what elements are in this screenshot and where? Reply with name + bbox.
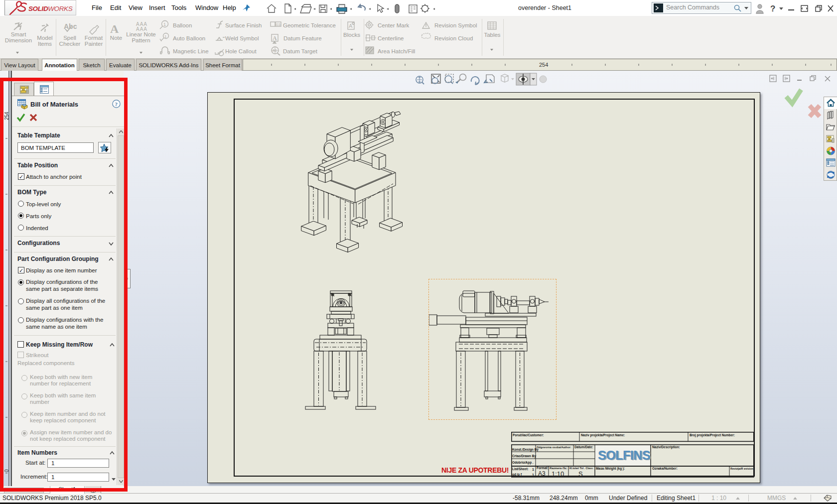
svg-text:1: 1	[532, 468, 534, 471]
svg-text:Datum/Date:: Datum/Date:	[574, 445, 593, 449]
svg-text:Konst./Design By: Konst./Design By	[512, 448, 539, 452]
svg-text:Oznaka/Number:: Oznaka/Number:	[652, 467, 678, 470]
svg-text:Naziv/Description:: Naziv/Description:	[652, 445, 680, 449]
svg-text:A: A	[110, 22, 119, 35]
svg-text:SOLFINS: SOLFINS	[598, 448, 650, 462]
svg-text:Masa /Weight (kg ):: Masa /Weight (kg ):	[596, 467, 625, 471]
svg-text:Razmera /Sc :: Razmera /Sc :	[550, 467, 568, 470]
svg-text:03: 03	[276, 22, 280, 27]
svg-text:SOLIDWORKS: SOLIDWORKS	[28, 5, 73, 12]
svg-text:254: 254	[539, 62, 548, 68]
svg-text:1: 1	[164, 34, 167, 39]
svg-text:S: S	[578, 470, 583, 478]
svg-text:Odgovorna osoba/Author:: Odgovorna osoba/Author:	[537, 446, 571, 449]
svg-text:Crtao/Drawn By: Crtao/Drawn By	[512, 454, 536, 458]
svg-text:Revizija/R evision :: Revizija/R evision :	[730, 467, 754, 470]
svg-text:Broj projekta/Project Number:: Broj projekta/Project Number:	[690, 433, 735, 437]
svg-text:Kl.toler/ Tol . Class:: Kl.toler/ Tol . Class:	[569, 467, 593, 470]
svg-text:Poručilac/Customer:: Poručilac/Customer:	[513, 433, 544, 437]
svg-text:?: ?	[770, 4, 775, 13]
svg-text:1: 1	[163, 22, 166, 27]
svg-text:A1: A1	[273, 49, 277, 52]
svg-text:1: 1	[532, 473, 534, 477]
svg-text:Format:: Format:	[537, 466, 549, 470]
svg-text:List/Sheet:: List/Sheet:	[512, 467, 529, 471]
svg-text:A3: A3	[538, 470, 546, 477]
svg-text:A: A	[273, 35, 277, 42]
svg-text:Naziv projekta/Project Name:: Naziv projekta/Project Name:	[581, 433, 625, 437]
svg-text:1:10: 1:10	[552, 470, 564, 478]
svg-text:od /o f: od /o f	[512, 473, 522, 476]
svg-text:Odobrio/App .: Odobrio/App .	[512, 461, 534, 465]
